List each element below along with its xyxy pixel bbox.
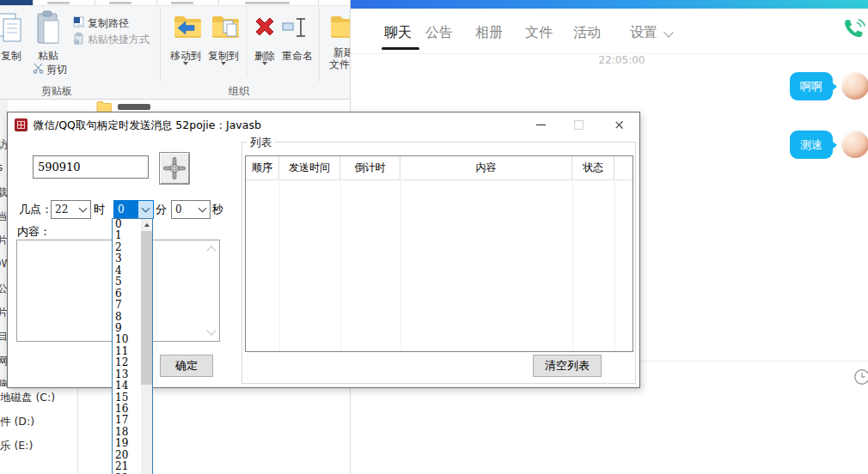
chevron-down-icon	[138, 201, 153, 218]
clock-history-icon[interactable]	[853, 368, 868, 388]
message-bubble[interactable]: 测速	[790, 131, 833, 159]
copy-to-icon	[210, 13, 241, 42]
minute-unit-label: 分	[156, 202, 167, 217]
message-queue-table: 顺序 发送时间 倒计时 内容 状态	[245, 155, 633, 352]
scroll-down-icon[interactable]	[206, 325, 216, 335]
tab-announcement[interactable]: 公告	[425, 24, 453, 42]
scroll-up-icon[interactable]	[206, 246, 216, 255]
column-header[interactable]: 发送时间	[279, 156, 340, 179]
second-combobox[interactable]: 0	[171, 200, 211, 219]
copy-path-icon	[73, 16, 84, 27]
input-area-divider	[639, 361, 868, 362]
table-header-row: 顺序 发送时间 倒计时 内容 状态	[246, 156, 633, 180]
move-to-icon	[172, 13, 203, 42]
nav-pane-divider	[77, 386, 78, 474]
chevron-down-icon	[76, 201, 90, 218]
phone-call-icon[interactable]	[841, 17, 865, 41]
dialog-titlebar[interactable]: 微信/QQ取句柄定时发送消息 52pojie：Javasb	[8, 112, 639, 137]
organize-group-label: 组织	[219, 84, 259, 97]
cut-icon	[33, 63, 44, 74]
app-seal-icon	[15, 118, 28, 131]
avatar[interactable]	[841, 131, 868, 158]
tab-activity[interactable]: 活动	[573, 24, 601, 42]
list-group-label: 列表	[247, 136, 275, 150]
move-to-dropdown-arrow[interactable]	[183, 62, 188, 65]
drive-d-item[interactable]: 件 (D:)	[0, 415, 34, 429]
file-tab[interactable]	[0, 0, 33, 5]
window-handle-input[interactable]	[33, 155, 149, 179]
delete-icon	[253, 15, 277, 39]
folder-item-name-clipped[interactable]	[118, 104, 150, 110]
dropdown-scrollbar[interactable]	[141, 219, 152, 474]
ribbon-tab-clipped[interactable]	[245, 2, 290, 4]
settings-chevron-down-icon[interactable]	[663, 27, 673, 37]
content-label: 内容：	[17, 224, 51, 240]
active-tab-underline	[382, 47, 419, 50]
ribbon-tab-clipped[interactable]	[171, 2, 193, 4]
copy-to-dropdown-arrow[interactable]	[221, 62, 226, 65]
tab-chat[interactable]: 聊天	[384, 24, 412, 42]
clear-list-button[interactable]: 清空列表	[533, 355, 602, 377]
tab-settings[interactable]: 设置	[630, 24, 657, 42]
column-header[interactable]: 状态	[572, 156, 614, 179]
rename-button[interactable]: 重命名	[278, 49, 316, 64]
drive-e-item[interactable]: 乐 (E:)	[0, 439, 33, 453]
paste-shortcut-button[interactable]: 粘贴快捷方式	[88, 33, 150, 47]
hour-combobox[interactable]: 22	[51, 200, 91, 219]
ribbon-tab-strip	[0, 0, 361, 6]
chat-titlebar-gradient[interactable]	[351, 0, 868, 9]
message-timestamp: 22:05:00	[363, 54, 868, 66]
column-header[interactable]: 顺序	[246, 156, 279, 179]
column-header[interactable]: 内容	[400, 156, 572, 179]
message-bubble[interactable]: 啊啊	[790, 72, 833, 100]
paste-button[interactable]: 粘贴	[37, 49, 59, 64]
column-header[interactable]: 倒计时	[340, 156, 400, 179]
tab-files[interactable]: 文件	[525, 24, 553, 42]
copy-button[interactable]: 复制	[0, 49, 22, 64]
scrollbar-thumb[interactable]	[141, 231, 152, 385]
minute-dropdown-list: 0 1 2 3 4 5 6 7 8 9 10 11 12 13 14 15 16…	[112, 218, 153, 474]
screen: 复制 粘贴 剪切 复制路径 粘贴快捷方式 剪贴板	[0, 0, 868, 474]
scrollbar-up-arrow-icon[interactable]	[141, 219, 152, 230]
avatar[interactable]	[841, 72, 868, 100]
paste-shortcut-icon	[73, 33, 84, 45]
message-row: 啊啊	[351, 72, 868, 100]
chevron-down-icon	[195, 201, 210, 218]
minimize-button[interactable]	[528, 112, 553, 137]
second-unit-label: 秒	[212, 202, 223, 217]
minute-combobox-open[interactable]: 0	[113, 200, 154, 219]
ok-button[interactable]: 确定	[160, 355, 213, 377]
timed-message-dialog: 微信/QQ取句柄定时发送消息 52pojie：Javasb 几点： 22 时 0	[7, 112, 640, 388]
drive-c-item[interactable]: 地磁盘 (C:)	[0, 391, 55, 405]
ribbon-tab-clipped[interactable]	[47, 2, 70, 4]
hour-unit-label: 时	[94, 202, 105, 217]
window-finder-crosshair-button[interactable]	[159, 152, 190, 185]
delete-dropdown-arrow[interactable]	[262, 62, 267, 65]
maximize-button[interactable]	[565, 112, 591, 137]
close-button[interactable]	[606, 112, 632, 137]
copy-path-button[interactable]: 复制路径	[88, 16, 129, 31]
dialog-title: 微信/QQ取句柄定时发送消息 52pojie：Javasb	[34, 118, 261, 133]
tab-album[interactable]: 相册	[475, 24, 503, 42]
cut-button[interactable]: 剪切	[46, 63, 67, 77]
time-prefix-label: 几点：	[19, 202, 52, 217]
copy-icon	[0, 11, 24, 46]
explorer-ribbon: 复制 粘贴 剪切 复制路径 粘贴快捷方式 剪贴板	[0, 6, 361, 100]
clipboard-group-label: 剪贴板	[29, 84, 84, 97]
rename-icon	[282, 16, 309, 39]
paste-icon	[36, 10, 60, 46]
ribbon-tab-clipped[interactable]	[109, 2, 131, 4]
